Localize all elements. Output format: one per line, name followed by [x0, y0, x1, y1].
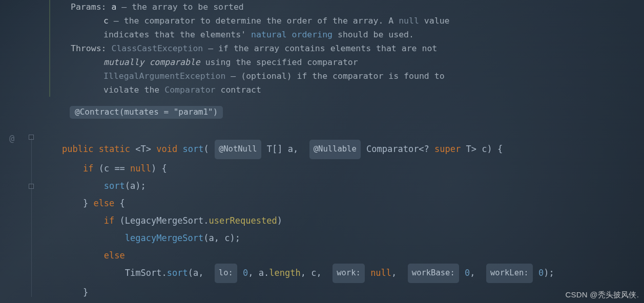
javadoc-throws-row: IllegalArgumentException – (optional) if…	[71, 69, 644, 83]
javadoc-text: should be used.	[333, 30, 414, 39]
field-ref: length	[269, 268, 300, 278]
keyword: else	[93, 198, 114, 208]
javadoc-code: null	[399, 16, 419, 26]
code-line[interactable]: }	[41, 287, 88, 297]
javadoc-params-row: Params: a – the array to be sorted	[71, 0, 644, 14]
javadoc-text: indicates that the elements'	[103, 30, 251, 39]
javadoc-emphasis: mutually comparable	[103, 57, 200, 67]
javadoc-text: – the comparator to determine the order …	[109, 16, 399, 26]
keyword: else	[104, 250, 125, 261]
javadoc-text: using the specified comparator	[200, 57, 358, 67]
javadoc-throws-row: Throws: ClassCastException – if the arra…	[71, 41, 644, 55]
watermark: CSDN @秃头披风侠.	[566, 290, 639, 300]
code-line[interactable]: if (c == null) {	[41, 163, 167, 174]
number: 0	[243, 268, 248, 278]
number: 0	[465, 268, 470, 278]
code-line[interactable]: public static <T> void sort( @NotNull T[…	[41, 144, 503, 154]
operator: ==	[114, 163, 124, 174]
keyword: static	[99, 144, 130, 154]
identifier: a	[193, 268, 198, 278]
editor-gutter: @	[0, 0, 36, 303]
hint-notnull: @NotNull	[215, 140, 261, 159]
field-ref: userRequested	[209, 215, 277, 226]
javadoc-text: – the array to be sorted	[116, 2, 243, 12]
code-block[interactable]: public static <T> void sort( @NotNull T[…	[41, 123, 644, 303]
javadoc-text: – (optional) if the comparator is found …	[225, 71, 444, 81]
identifier: a	[130, 181, 135, 191]
hint-nullable: @Nullable	[309, 140, 361, 159]
class-ref: TimSort	[125, 268, 162, 278]
number: 0	[538, 268, 544, 278]
class-ref: LegacyMergeSort	[125, 215, 204, 226]
javadoc-text: contract	[216, 85, 261, 95]
param-hint: workLen:	[486, 264, 533, 283]
code-line[interactable]: if (LegacyMergeSort.userRequested)	[41, 215, 282, 226]
javadoc-label: Throws:	[71, 41, 107, 55]
fold-guide-line	[31, 138, 32, 297]
type: T>	[466, 144, 476, 154]
method-call: legacyMergeSort	[125, 233, 204, 243]
keyword: public	[62, 144, 93, 154]
keyword: null	[130, 163, 151, 174]
param-hint: lo:	[215, 264, 237, 283]
keyword: void	[156, 144, 177, 154]
param-hint: workBase:	[408, 264, 459, 283]
javadoc-text: – if the array contains elements that ar…	[203, 44, 437, 53]
type: Comparator<?	[366, 144, 429, 154]
javadoc-link[interactable]: Comparator	[164, 85, 215, 95]
identifier: a	[259, 268, 264, 278]
param: c	[482, 144, 487, 154]
code-line[interactable]: else	[41, 250, 125, 261]
javadoc-param-name: a	[111, 2, 116, 12]
code-line[interactable]: TimSort.sort(a, lo: 0, a.length, c, work…	[41, 268, 554, 278]
code-line[interactable]: legacyMergeSort(a, c);	[41, 233, 240, 243]
code-line[interactable]: sort(a);	[41, 181, 146, 191]
javadoc-link[interactable]: ClassCastException	[111, 44, 203, 53]
javadoc-link[interactable]: natural ordering	[251, 30, 333, 39]
keyword: if	[104, 215, 114, 226]
param: a	[288, 144, 293, 154]
javadoc-params-row: indicates that the elements' natural ord…	[71, 28, 644, 41]
code-line[interactable]: } else {	[41, 198, 125, 208]
annotation-line: @Contract(mutates = "param1")	[70, 106, 644, 119]
javadoc-label: Params:	[71, 0, 107, 14]
type: T[]	[267, 144, 283, 154]
javadoc-params-row: c – the comparator to determine the orde…	[71, 14, 644, 28]
identifier: a	[209, 233, 214, 243]
generic: <T>	[135, 144, 151, 154]
keyword: null	[370, 268, 391, 278]
javadoc-param-name: c	[103, 16, 109, 26]
identifier: c	[311, 268, 316, 278]
keyword: if	[83, 163, 93, 174]
javadoc-link[interactable]: IllegalArgumentException	[103, 71, 225, 81]
method-name: sort	[182, 144, 203, 154]
gutter-annotation-icon[interactable]: @	[9, 133, 14, 143]
method-call: sort	[167, 268, 188, 278]
javadoc-text: value	[419, 16, 450, 26]
contract-annotation: @Contract(mutates = "param1")	[70, 106, 223, 119]
javadoc-throws-row: violate the Comparator contract	[71, 83, 644, 97]
javadoc-block: Params: a – the array to be sorted c – t…	[49, 0, 644, 97]
javadoc-throws-row: mutually comparable using the specified …	[71, 55, 644, 69]
param-hint: work:	[333, 264, 365, 283]
keyword: super	[434, 144, 461, 154]
code-editor[interactable]: Params: a – the array to be sorted c – t…	[41, 0, 644, 303]
identifier: c	[104, 163, 109, 174]
javadoc-text: violate the	[103, 85, 164, 95]
identifier: c	[224, 233, 230, 243]
method-call: sort	[104, 181, 125, 191]
